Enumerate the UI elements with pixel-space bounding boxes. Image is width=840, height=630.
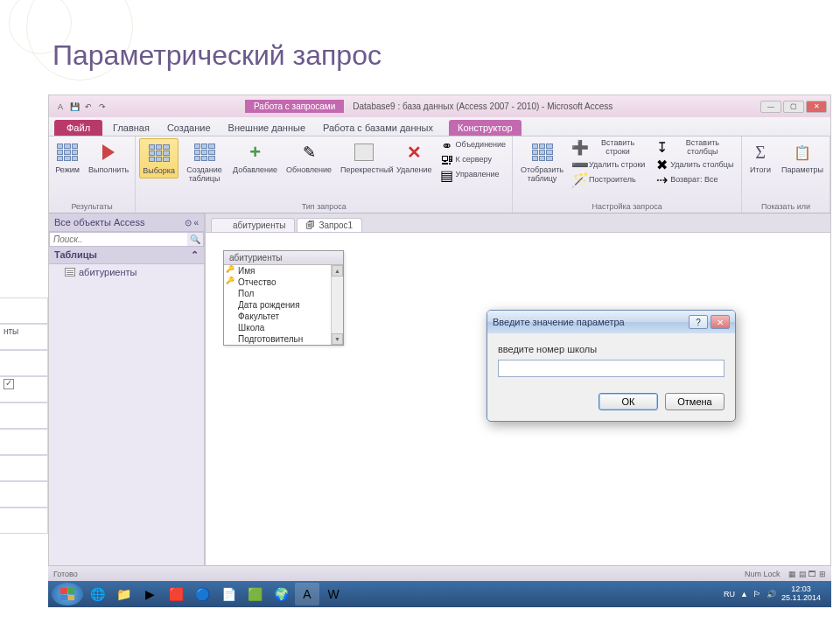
clock[interactable]: 12:03 25.11.2014 — [781, 585, 821, 603]
search-input[interactable] — [50, 233, 187, 246]
group-results-label: Результаты — [52, 200, 131, 213]
windows-taskbar: 🌐 📁 ▶ 🟥 🔵 📄 🟩 🌍 A W RU ▲ 🏳 🔊 12:03 25.11… — [48, 581, 831, 607]
minimize-icon[interactable]: — — [760, 101, 781, 113]
insertcols-button[interactable]: ↧Вставить столбцы — [653, 138, 738, 158]
datadef-button[interactable]: ▤Управление — [438, 168, 509, 182]
builder-button[interactable]: 🪄Построитель — [571, 173, 649, 187]
showtable-button[interactable]: Отобразить таблицу — [516, 138, 568, 186]
doctab-zapros1[interactable]: 🗐Запрос1 — [297, 218, 362, 232]
parameter-input[interactable] — [498, 360, 724, 377]
table-fieldlist[interactable]: абитуриенты Имя Отчество Пол Дата рожден… — [223, 250, 344, 346]
insert-col-icon: ↧ — [655, 142, 668, 154]
deletecols-button[interactable]: ✖Удалить столбцы — [653, 158, 738, 172]
totals-button[interactable]: Σ Итоги — [746, 138, 775, 177]
ribbon-tabs: Файл Главная Создание Внешние данные Раб… — [49, 117, 830, 136]
nav-item-abiturienty[interactable]: абитуриенты — [49, 264, 204, 280]
tray-icon[interactable]: ▲ — [740, 590, 748, 598]
tab-home[interactable]: Главная — [104, 120, 158, 136]
query-icon: 🗐 — [306, 220, 315, 230]
help-icon[interactable]: ? — [689, 315, 708, 329]
table-icon — [65, 268, 75, 276]
navpane-header[interactable]: Все объекты Access ⊙ « — [49, 214, 204, 232]
delete-icon: ✕ — [407, 142, 422, 163]
delete-col-icon: ✖ — [655, 159, 668, 172]
app4-icon[interactable]: 🌍 — [269, 583, 293, 606]
flag-icon[interactable]: 🏳 — [753, 590, 761, 598]
maketable-icon — [194, 144, 215, 161]
run-icon — [102, 144, 115, 160]
view-button[interactable]: Режим — [52, 138, 82, 177]
doctab-abiturienty[interactable]: абитуриенты — [211, 218, 295, 232]
field-row[interactable]: Факультет — [224, 311, 343, 322]
ok-button[interactable]: ОК — [598, 393, 658, 410]
app3-icon[interactable]: 🟩 — [242, 583, 267, 606]
insertrows-button[interactable]: ➕Вставить строки — [571, 138, 649, 158]
navgroup-tables[interactable]: Таблицы⌃ — [49, 247, 204, 264]
access-task-icon[interactable]: A — [295, 583, 319, 606]
server-icon: 🖳 — [441, 154, 453, 166]
union-button[interactable]: ⚭Объединение — [438, 138, 509, 152]
append-button[interactable]: + Добавление — [230, 138, 280, 177]
return-combo[interactable]: ⇢Возврат: Все — [653, 173, 738, 187]
close-icon[interactable]: ✕ — [806, 101, 827, 113]
select-query-button[interactable]: Выборка — [139, 138, 178, 178]
field-row[interactable]: Школа — [224, 322, 343, 333]
field-row[interactable]: Имя — [224, 265, 343, 276]
run-button[interactable]: Выполнить — [86, 138, 131, 177]
collapse-icon[interactable]: ⊙ « — [185, 218, 199, 228]
dialog-titlebar[interactable]: Введите значение параметра ? ✕ — [487, 311, 735, 333]
field-row[interactable]: Пол — [224, 288, 343, 299]
tab-dbtools[interactable]: Работа с базами данных — [314, 120, 442, 136]
return-icon: ⇢ — [655, 174, 668, 186]
passthrough-button[interactable]: 🖳К серверу — [438, 153, 509, 167]
view-switcher[interactable]: ▦ ▤ 🗔 ⊞ — [788, 570, 826, 578]
contextual-tab-label: Работа с запросами — [245, 100, 344, 113]
pencil-icon: ✎ — [303, 143, 316, 162]
volume-icon[interactable]: 🔊 — [766, 590, 776, 598]
tab-file[interactable]: Файл — [54, 120, 102, 136]
field-row[interactable]: Отчество — [224, 276, 343, 288]
system-tray: RU ▲ 🏳 🔊 12:03 25.11.2014 — [724, 585, 828, 603]
sigma-icon: Σ — [755, 143, 766, 163]
navigation-pane: Все объекты Access ⊙ « 🔍 Таблицы⌃ абитур… — [49, 214, 205, 566]
explorer-icon[interactable]: 📁 — [111, 583, 136, 606]
access-statusbar: Готово Num Lock ▦ ▤ 🗔 ⊞ — [48, 565, 831, 581]
redo-icon[interactable]: ↷ — [96, 101, 108, 113]
delete-query-button[interactable]: ✕ Удаление — [394, 138, 435, 177]
maketable-button[interactable]: Создание таблицы — [182, 138, 227, 186]
field-row[interactable]: Дата рождения — [224, 299, 343, 311]
left-grid-fragment: нты — [0, 298, 48, 534]
search-icon[interactable]: 🔍 — [187, 233, 203, 246]
parameter-dialog: Введите значение параметра ? ✕ введите н… — [486, 310, 736, 422]
undo-icon[interactable]: ↶ — [82, 101, 94, 113]
document-tabs: абитуриенты 🗐Запрос1 — [206, 214, 830, 233]
update-button[interactable]: ✎ Обновление — [284, 138, 334, 177]
maximize-icon[interactable]: ▢ — [783, 101, 804, 113]
save-icon[interactable]: 💾 — [68, 101, 80, 113]
scroll-down-icon[interactable]: ▼ — [332, 333, 343, 345]
union-icon: ⚭ — [441, 139, 453, 151]
crosstab-button[interactable]: Перекрестный — [338, 138, 390, 177]
table-icon — [220, 222, 229, 229]
tab-external[interactable]: Внешние данные — [220, 120, 314, 136]
field-row[interactable]: Подготовительн — [224, 333, 343, 345]
chrome-icon[interactable]: 🔵 — [190, 583, 214, 606]
lang-indicator[interactable]: RU — [724, 590, 735, 598]
tab-design[interactable]: Конструктор — [449, 120, 522, 136]
app-icon[interactable]: 🟥 — [164, 583, 188, 606]
app2-icon[interactable]: 📄 — [216, 583, 241, 606]
deleterows-button[interactable]: ➖Удалить строки — [571, 158, 649, 172]
scroll-up-icon[interactable]: ▲ — [332, 265, 343, 276]
media-icon[interactable]: ▶ — [137, 583, 162, 606]
dialog-close-icon[interactable]: ✕ — [710, 315, 730, 329]
word-task-icon[interactable]: W — [321, 583, 346, 606]
datasheet-icon — [57, 144, 78, 161]
ie-icon[interactable]: 🌐 — [85, 583, 109, 606]
cancel-button[interactable]: Отмена — [665, 393, 724, 410]
scrollbar[interactable]: ▲ ▼ — [331, 265, 343, 345]
window-titlebar: A 💾 ↶ ↷ Работа с запросами Database9 : б… — [49, 95, 830, 117]
parameters-button[interactable]: 📋 Параметры — [779, 138, 826, 177]
tab-create[interactable]: Создание — [158, 120, 220, 136]
delete-row-icon: ➖ — [574, 159, 586, 172]
start-button[interactable] — [52, 583, 83, 606]
